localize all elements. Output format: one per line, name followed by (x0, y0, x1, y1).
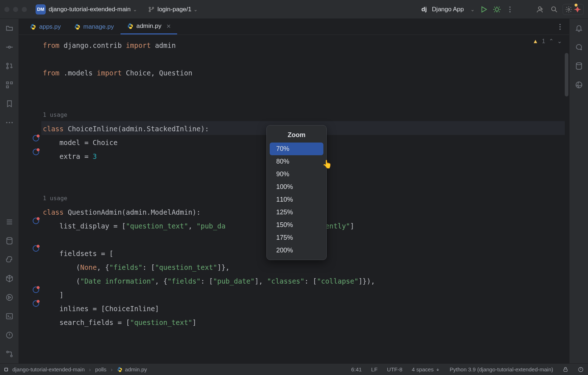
python-console-icon[interactable] (5, 255, 14, 264)
terminal-tool-icon[interactable] (5, 312, 14, 321)
svg-point-11 (7, 63, 8, 65)
chevron-down-icon[interactable]: ⌄ (193, 7, 198, 12)
settings-group[interactable] (563, 4, 584, 15)
zoom-option-125[interactable]: 125% (270, 206, 323, 219)
database-tool-icon[interactable] (5, 236, 14, 245)
svg-point-9 (568, 8, 570, 10)
window-controls (4, 7, 27, 12)
problems-tool-icon[interactable] (5, 331, 14, 339)
svg-point-12 (7, 67, 8, 69)
zoom-option-100[interactable]: 100% (270, 181, 323, 193)
svg-point-3 (495, 8, 498, 11)
zoom-option-110[interactable]: 110% (270, 193, 323, 206)
more-tools-icon[interactable] (5, 118, 14, 127)
project-name[interactable]: django-tutorial-extended-main (49, 6, 131, 13)
project-tool-icon[interactable] (5, 24, 14, 33)
debug-button[interactable] (493, 5, 501, 13)
zoom-option-70[interactable]: 70% (270, 143, 323, 155)
svg-point-27 (559, 28, 561, 30)
zoom-option-90[interactable]: 90% (270, 168, 323, 181)
svg-rect-14 (10, 82, 12, 84)
line-separator[interactable]: LF (371, 366, 378, 372)
close-window[interactable] (4, 7, 9, 12)
chevron-down-icon[interactable]: ⌄ (470, 7, 475, 12)
override-marker-icon[interactable] (33, 287, 40, 294)
run-button[interactable] (480, 5, 488, 13)
tab-apps[interactable]: apps.py (23, 19, 68, 34)
svg-point-16 (6, 122, 7, 123)
tab-label: apps.py (39, 23, 61, 30)
tabs-more-icon[interactable] (556, 23, 564, 31)
svg-point-25 (559, 24, 561, 25)
svg-rect-13 (6, 82, 8, 84)
override-marker-icon[interactable] (33, 135, 40, 142)
cursor-position[interactable]: 6:41 (351, 366, 362, 372)
tab-manage[interactable]: manage.py (68, 19, 121, 34)
svg-point-28 (576, 63, 581, 65)
maximize-window[interactable] (22, 7, 27, 12)
chevron-down-icon[interactable]: ⌄ (133, 7, 137, 12)
run-config-name[interactable]: Django App (432, 6, 464, 13)
breadcrumb-root[interactable]: django-tutorial-extended-main (12, 366, 85, 372)
close-tab-icon[interactable]: × (167, 22, 171, 30)
search-icon[interactable] (550, 5, 558, 13)
inspection-widget[interactable]: ▲ 1 ⌃ ⌄ (532, 38, 562, 45)
lock-icon[interactable] (563, 367, 568, 372)
commit-tool-icon[interactable] (5, 43, 14, 51)
svg-point-1 (149, 10, 150, 12)
services-tool-icon[interactable] (5, 293, 14, 302)
vcs-tool-icon[interactable] (5, 350, 14, 358)
ai-chat-icon[interactable] (575, 43, 583, 51)
code-with-me-icon[interactable] (536, 5, 544, 13)
notifications-icon[interactable] (575, 24, 583, 33)
zoom-option-80[interactable]: 80% (270, 155, 323, 168)
zoom-popup-title: Zoom (267, 128, 326, 143)
zoom-option-200[interactable]: 200% (270, 244, 323, 257)
endpoints-icon[interactable] (575, 81, 583, 89)
override-marker-icon[interactable] (33, 300, 40, 308)
warning-icon: ▲ (532, 38, 538, 45)
svg-point-0 (149, 7, 150, 8)
zoom-option-150[interactable]: 150% (270, 219, 323, 231)
svg-point-24 (11, 355, 12, 357)
titlebar: DM django-tutorial-extended-main ⌄ login… (0, 0, 588, 19)
more-icon[interactable] (506, 5, 514, 13)
svg-point-17 (9, 122, 10, 123)
python-file-icon (127, 23, 134, 29)
next-highlight-icon[interactable]: ⌄ (557, 38, 562, 45)
override-marker-icon[interactable] (33, 218, 40, 225)
ai-assistant-icon (574, 6, 581, 13)
minimize-window[interactable] (13, 7, 18, 12)
zoom-option-175[interactable]: 175% (270, 231, 323, 244)
python-interpreter[interactable]: Python 3.9 (django-tutorial-extended-mai… (450, 366, 553, 372)
breadcrumb-folder[interactable]: polls (95, 366, 106, 372)
python-file-icon (30, 24, 36, 30)
svg-point-19 (7, 238, 12, 240)
breadcrumb-file[interactable]: admin.py (125, 366, 147, 372)
python-file-icon (74, 24, 81, 30)
packages-tool-icon[interactable] (5, 274, 14, 283)
todo-tool-icon[interactable] (5, 218, 14, 226)
branch-icon (148, 6, 155, 13)
svg-point-26 (559, 26, 561, 28)
override-marker-icon[interactable] (33, 149, 40, 156)
problems-status-icon[interactable] (578, 367, 584, 372)
svg-rect-21 (6, 314, 12, 319)
file-encoding[interactable]: UTF-8 (387, 366, 403, 372)
svg-point-7 (538, 7, 541, 9)
svg-point-4 (509, 6, 511, 8)
structure-tool-icon[interactable] (5, 81, 14, 89)
override-marker-icon[interactable] (33, 245, 40, 252)
pull-requests-icon[interactable] (5, 62, 14, 70)
bookmarks-tool-icon[interactable] (5, 99, 14, 108)
prev-highlight-icon[interactable]: ⌃ (549, 38, 554, 45)
right-tool-rail (569, 19, 588, 363)
django-icon: dj (421, 6, 427, 13)
svg-point-29 (576, 82, 582, 88)
gear-icon (565, 6, 572, 13)
database-right-icon[interactable] (575, 62, 583, 70)
branch-name[interactable]: login-page/1 (158, 6, 192, 13)
indent-setting[interactable]: 4 spaces (412, 366, 440, 372)
svg-point-18 (11, 122, 13, 123)
tab-admin[interactable]: admin.py × (121, 19, 177, 34)
